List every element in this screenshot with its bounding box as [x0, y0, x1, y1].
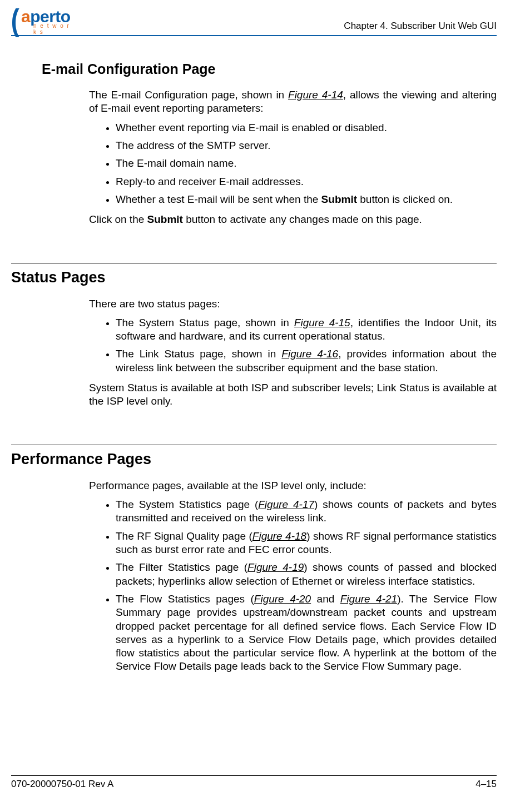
perf-bullet-list: The System Statistics page (Figure 4-17)… [89, 498, 497, 674]
section-email-body: The E-mail Configuration page, shown in … [89, 88, 497, 232]
figure-ref-4-15[interactable]: Figure 4-15 [294, 317, 350, 328]
header-rule [11, 35, 497, 36]
aperto-logo: ( aperto n e t w o r k s [11, 8, 73, 32]
list-item: Whether event reporting via E-mail is en… [116, 121, 497, 134]
figure-ref-4-20[interactable]: Figure 4-20 [254, 593, 311, 605]
email-bullet-list: Whether event reporting via E-mail is en… [89, 121, 497, 207]
section-perf-body: Performance pages, available at the ISP … [89, 479, 497, 680]
list-item: Reply-to and receiver E-mail addresses. [116, 175, 497, 188]
heading-email-config: E-mail Configuration Page [42, 61, 497, 77]
figure-ref-4-14[interactable]: Figure 4-14 [288, 89, 343, 101]
status-bullet-list: The System Status page, shown in Figure … [89, 316, 497, 375]
heading-status-pages: Status Pages [11, 269, 497, 286]
list-item: The Link Status page, shown in Figure 4-… [116, 347, 497, 375]
perf-intro: Performance pages, available at the ISP … [89, 479, 497, 492]
page-header: ( aperto n e t w o r k s Chapter 4. Subs… [11, 8, 497, 32]
email-intro: The E-mail Configuration page, shown in … [89, 88, 497, 116]
doc-number: 070-20000750-01 Rev A [11, 779, 113, 790]
list-item: The Flow Statistics pages (Figure 4-20 a… [116, 592, 497, 674]
page-footer: 070-20000750-01 Rev A 4–15 [11, 775, 497, 790]
status-intro: There are two status pages: [89, 297, 497, 311]
page-number: 4–15 [475, 779, 497, 790]
chapter-label: Chapter 4. Subscriber Unit Web GUI [344, 21, 497, 32]
section-status-body: There are two status pages: The System S… [89, 297, 497, 414]
figure-ref-4-17[interactable]: Figure 4-17 [258, 499, 314, 510]
list-item: Whether a test E-mail will be sent when … [116, 193, 497, 206]
list-item: The System Statistics page (Figure 4-17)… [116, 498, 497, 525]
figure-ref-4-16[interactable]: Figure 4-16 [281, 348, 338, 360]
status-outro: System Status is available at both ISP a… [89, 381, 497, 409]
email-outro: Click on the Submit button to activate a… [89, 213, 497, 226]
list-item: The Filter Statistics page (Figure 4-19)… [116, 561, 497, 588]
list-item: The address of the SMTP server. [116, 139, 497, 152]
figure-ref-4-21[interactable]: Figure 4-21 [340, 593, 397, 605]
list-item: The System Status page, shown in Figure … [116, 316, 497, 343]
figure-ref-4-18[interactable]: Figure 4-18 [252, 530, 306, 542]
section-rule [11, 445, 497, 445]
list-item: The RF Signal Quality page (Figure 4-18)… [116, 530, 497, 557]
heading-performance-pages: Performance Pages [11, 451, 497, 468]
section-rule [11, 263, 497, 263]
list-item: The E-mail domain name. [116, 157, 497, 170]
figure-ref-4-19[interactable]: Figure 4-19 [247, 561, 304, 573]
